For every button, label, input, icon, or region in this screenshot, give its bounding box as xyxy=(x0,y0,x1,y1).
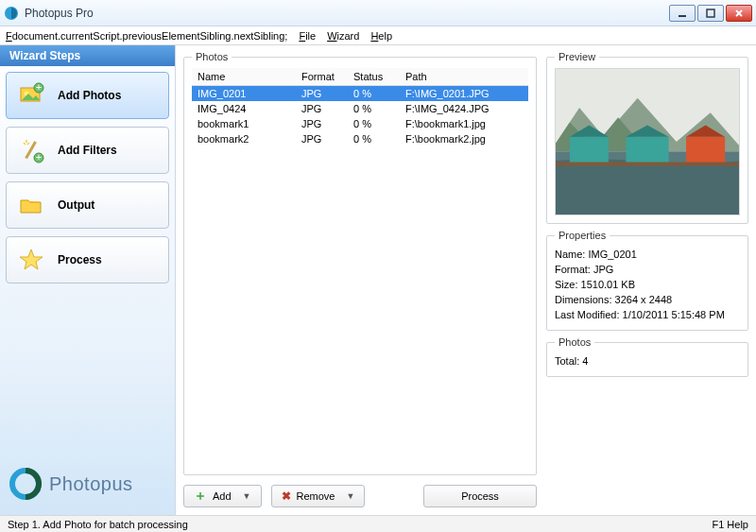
sidebar: Wizard Steps + Add Photos + Add Filters … xyxy=(0,45,176,515)
menu-help[interactable]: Help xyxy=(370,30,392,42)
preview-panel: Preview xyxy=(546,51,748,224)
remove-label: Remove xyxy=(297,490,335,502)
prop-format: Format: JPG xyxy=(555,262,740,277)
x-icon: ✖ xyxy=(282,489,291,503)
menu-wizard[interactable]: Wizard xyxy=(327,30,359,42)
svg-rect-1 xyxy=(679,15,686,17)
folder-icon xyxy=(18,192,44,218)
chevron-down-icon: ▼ xyxy=(346,491,354,501)
svg-rect-15 xyxy=(626,137,668,164)
add-button[interactable]: ＋ Add ▼ xyxy=(183,485,262,507)
svg-rect-17 xyxy=(686,137,725,164)
table-row[interactable]: IMG_0201JPG0 %F:\IMG_0201.JPG xyxy=(192,86,528,102)
cell-status: 0 % xyxy=(348,86,400,102)
cell-format: JPG xyxy=(296,101,348,116)
status-bar: Step 1. Add Photo for batch processing F… xyxy=(0,515,756,532)
add-label: Add xyxy=(213,490,232,502)
menu-file[interactable]: File xyxy=(299,30,316,42)
status-text: Step 1. Add Photo for batch processing xyxy=(8,519,188,530)
cell-path: F:\bookmark2.jpg xyxy=(400,131,528,146)
svg-rect-2 xyxy=(707,9,714,17)
cell-name: IMG_0424 xyxy=(192,101,296,116)
table-row[interactable]: IMG_0424JPG0 %F:\IMG_0424.JPG xyxy=(192,101,528,116)
status-help: F1 Help xyxy=(712,519,748,530)
prop-dimensions: Dimensions: 3264 x 2448 xyxy=(555,292,740,307)
cell-name: IMG_0201 xyxy=(192,86,296,102)
cell-format: JPG xyxy=(296,86,348,102)
table-row[interactable]: bookmark2JPG0 %F:\bookmark2.jpg xyxy=(192,131,528,146)
maximize-button[interactable] xyxy=(697,5,724,22)
totals-legend: Photos xyxy=(555,336,594,348)
col-path[interactable]: Path xyxy=(400,68,528,86)
wizard-step-add-filters[interactable]: + Add Filters xyxy=(6,127,169,174)
totals-panel: Photos Total: 4 xyxy=(546,336,748,377)
prop-modified: Last Modified: 1/10/2011 5:15:48 PM xyxy=(555,307,740,322)
prop-name: Name: IMG_0201 xyxy=(555,247,740,262)
col-name[interactable]: Name xyxy=(192,68,296,86)
wizard-step-label: Output xyxy=(58,198,94,212)
cell-format: JPG xyxy=(296,116,348,131)
wizard-step-label: Add Filters xyxy=(58,144,117,157)
cell-format: JPG xyxy=(296,131,348,146)
cell-status: 0 % xyxy=(348,116,400,131)
brand-logo-icon xyxy=(9,468,42,500)
star-icon xyxy=(18,247,44,273)
properties-legend: Properties xyxy=(555,230,610,241)
photos-legend: Photos xyxy=(192,51,232,62)
svg-rect-19 xyxy=(556,163,739,166)
wizard-step-label: Process xyxy=(58,253,102,266)
photos-table[interactable]: Name Format Status Path IMG_0201JPG0 %F:… xyxy=(192,68,528,146)
col-format[interactable]: Format xyxy=(296,68,348,86)
total-count: Total: 4 xyxy=(555,353,740,369)
properties-panel: Properties Name: IMG_0201 Format: JPG Si… xyxy=(546,230,748,331)
svg-text:+: + xyxy=(36,82,42,93)
chevron-down-icon: ▼ xyxy=(243,491,251,501)
window-title: Photopus Pro xyxy=(25,7,669,20)
prop-size: Size: 1510.01 KB xyxy=(555,277,740,292)
brand-text: Photopus xyxy=(49,473,133,495)
plus-icon: ＋ xyxy=(194,488,207,505)
preview-legend: Preview xyxy=(555,51,599,62)
menu-bar: Fdocument.currentScript.previousElementS… xyxy=(0,26,756,45)
cell-path: F:\IMG_0201.JPG xyxy=(400,86,528,102)
minimize-button[interactable] xyxy=(669,5,696,22)
preview-image xyxy=(555,68,740,215)
cell-name: bookmark2 xyxy=(192,131,296,146)
cell-path: F:\bookmark1.jpg xyxy=(400,116,528,131)
photos-toolbar: ＋ Add ▼ ✖ Remove ▼ Process xyxy=(183,485,537,507)
cell-path: F:\IMG_0424.JPG xyxy=(400,101,528,116)
wizard-step-process[interactable]: Process xyxy=(6,236,169,283)
wizard-step-label: Add Photos xyxy=(58,89,121,102)
table-row[interactable]: bookmark1JPG0 %F:\bookmark1.jpg xyxy=(192,116,528,131)
process-label: Process xyxy=(461,490,499,502)
brand: Photopus xyxy=(0,456,175,515)
cell-status: 0 % xyxy=(348,101,400,116)
menu-file[interactable]: Fdocument.currentScript.previousElementS… xyxy=(6,30,287,42)
remove-button[interactable]: ✖ Remove ▼ xyxy=(271,485,366,507)
cell-status: 0 % xyxy=(348,131,400,146)
wand-icon: + xyxy=(18,137,44,163)
wizard-step-output[interactable]: Output xyxy=(6,181,169,229)
process-button[interactable]: Process xyxy=(423,485,537,507)
titlebar: Photopus Pro xyxy=(0,0,756,26)
close-button[interactable] xyxy=(726,5,752,22)
sidebar-header: Wizard Steps xyxy=(0,45,175,66)
app-icon xyxy=(4,6,19,21)
col-status[interactable]: Status xyxy=(348,68,400,86)
photos-icon: + xyxy=(18,82,44,109)
wizard-step-add-photos[interactable]: + Add Photos xyxy=(6,72,169,119)
photos-panel: Photos Name Format Status Path IMG_0201J… xyxy=(183,51,537,475)
cell-name: bookmark1 xyxy=(192,116,296,131)
svg-rect-13 xyxy=(570,137,609,164)
svg-text:+: + xyxy=(36,151,42,163)
